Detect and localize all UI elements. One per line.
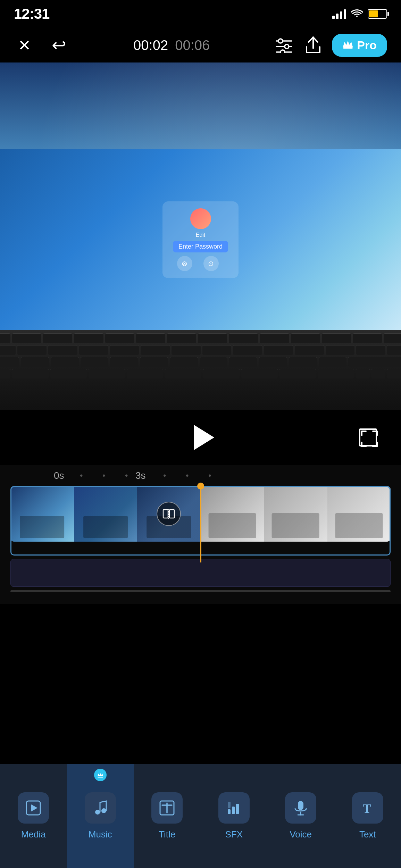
svg-rect-20 [228, 802, 231, 808]
split-icon [157, 502, 181, 526]
fullscreen-icon [359, 428, 377, 446]
svg-point-5 [281, 50, 285, 53]
media-icon-wrap [18, 792, 49, 824]
svg-rect-21 [298, 801, 303, 810]
media-icon [26, 800, 41, 816]
tool-sfx[interactable]: SFX [201, 764, 268, 868]
svg-text:T: T [363, 802, 371, 816]
username-label: Edit [173, 232, 228, 238]
ruler-3s: 3s [135, 470, 146, 481]
tool-media[interactable]: Media [0, 764, 67, 868]
text-icon: T [360, 800, 375, 816]
svg-rect-19 [236, 804, 239, 814]
clip-4[interactable] [201, 486, 264, 542]
filters-icon [275, 37, 293, 53]
timeline-scrubber[interactable] [10, 590, 391, 592]
svg-rect-7 [163, 510, 168, 518]
login-dialog: Edit Enter Password ⊗ ⊙ [162, 201, 239, 278]
tool-title[interactable]: Title [134, 764, 201, 868]
toolbar-left: ✕ ↩ [14, 35, 69, 56]
tool-voice[interactable]: Voice [267, 764, 334, 868]
filters-button[interactable] [274, 35, 294, 56]
timeline-area: 0s • • • 3s • • • [0, 465, 401, 604]
video-track[interactable] [10, 486, 391, 556]
top-toolbar: ✕ ↩ 00:02 00:06 [0, 28, 401, 62]
clip-2[interactable] [74, 486, 137, 542]
sfx-icon [226, 800, 242, 816]
svg-rect-8 [169, 510, 174, 518]
clip-6[interactable] [327, 486, 391, 542]
share-button[interactable] [303, 35, 324, 56]
play-button[interactable] [189, 424, 216, 451]
pro-crown-icon [342, 39, 353, 51]
macbook-base: MacBook Air [0, 330, 401, 410]
video-frame: Edit Enter Password ⊗ ⊙ [0, 62, 401, 410]
status-icons [332, 8, 387, 20]
music-pro-badge [94, 769, 107, 781]
svg-point-13 [101, 808, 106, 813]
sfx-icon-wrap [218, 792, 250, 824]
laptop-screen: Edit Enter Password ⊗ ⊙ [0, 149, 401, 330]
title-icon [159, 800, 175, 816]
bottom-toolbar: Media Music Title [0, 764, 401, 868]
music-icon [93, 800, 108, 816]
clip-3[interactable] [137, 486, 201, 542]
title-icon-wrap [151, 792, 183, 824]
svg-point-12 [95, 810, 100, 815]
ruler-0s: 0s [54, 470, 64, 481]
fullscreen-button[interactable] [356, 425, 380, 450]
clip-1[interactable] [10, 486, 74, 542]
close-button[interactable]: ✕ [14, 35, 35, 56]
close-icon: ✕ [18, 36, 31, 54]
battery-icon [368, 9, 387, 19]
tool-music[interactable]: Music [67, 764, 134, 868]
total-time: 00:06 [175, 37, 210, 53]
clip-5[interactable] [264, 486, 327, 542]
playback-controls [0, 410, 401, 465]
text-icon-wrap: T [352, 792, 383, 824]
sfx-label: SFX [225, 829, 243, 840]
share-icon [305, 36, 321, 54]
laptop-display: Edit Enter Password ⊗ ⊙ [0, 149, 401, 410]
cancel-icon: ⊗ [177, 256, 192, 271]
tool-text[interactable]: T Text [334, 764, 401, 868]
text-label: Text [359, 829, 376, 840]
svg-rect-18 [232, 807, 235, 814]
svg-rect-6 [343, 47, 353, 49]
user-avatar [190, 208, 211, 229]
login-buttons: ⊗ ⊙ [173, 256, 228, 271]
svg-rect-11 [98, 777, 103, 778]
guest-icon: ⊙ [203, 256, 219, 271]
status-bar: 12:31 [0, 0, 401, 28]
music-label: Music [89, 829, 112, 840]
voice-icon-wrap [285, 792, 316, 824]
keyboard [0, 333, 401, 403]
title-label: Title [159, 829, 175, 840]
play-icon [194, 425, 214, 450]
svg-point-3 [285, 44, 289, 49]
voice-label: Voice [290, 829, 312, 840]
svg-rect-17 [228, 809, 231, 814]
pro-button[interactable]: Pro [332, 34, 387, 57]
toolbar-center: 00:02 00:06 [133, 37, 210, 53]
undo-icon: ↩ [52, 35, 66, 55]
audio-track [10, 559, 391, 587]
undo-button[interactable]: ↩ [49, 35, 69, 56]
playhead[interactable] [200, 483, 201, 562]
toolbar-right: Pro [274, 34, 387, 57]
media-label: Media [21, 829, 46, 840]
wifi-icon [351, 8, 363, 20]
music-icon-wrap [85, 792, 116, 824]
pro-label: Pro [357, 39, 377, 52]
video-preview: Edit Enter Password ⊗ ⊙ [0, 62, 401, 410]
svg-point-1 [278, 39, 283, 43]
password-field: Enter Password [173, 241, 228, 252]
current-time: 00:02 [133, 37, 168, 53]
signal-icon [332, 9, 346, 19]
status-time: 12:31 [14, 6, 49, 22]
bottom-space [0, 604, 401, 764]
voice-icon [293, 800, 308, 816]
